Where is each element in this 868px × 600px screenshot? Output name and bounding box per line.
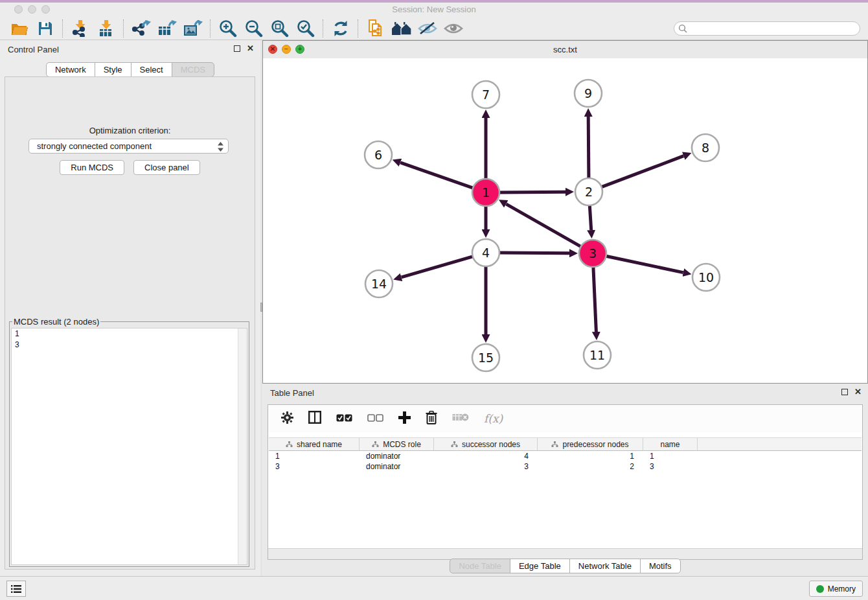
clone-network-icon (367, 19, 385, 38)
column-header-predecessor-nodes[interactable]: predecessor nodes (538, 438, 643, 450)
node-3[interactable]: 3 (579, 240, 606, 267)
cell-name[interactable]: 3 (643, 461, 698, 472)
edge-1-2[interactable] (499, 192, 565, 192)
tab-network-table[interactable]: Network Table (569, 559, 641, 573)
mcds-result-list[interactable]: 13 (11, 328, 247, 565)
open-session-button[interactable] (6, 19, 32, 38)
column-header-name[interactable]: name (643, 438, 698, 450)
clone-network-button[interactable] (363, 19, 389, 38)
node-7[interactable]: 7 (472, 81, 499, 108)
tab-style[interactable]: Style (95, 62, 131, 77)
tab-edge-table[interactable]: Edge Table (510, 559, 570, 573)
close-panel-button[interactable]: Close panel (133, 160, 200, 175)
function-builder-button[interactable]: f(x) (484, 412, 503, 425)
cell-MCDS-role[interactable]: dominator (360, 451, 434, 461)
search-icon (678, 24, 687, 33)
node-label: 6 (374, 148, 382, 162)
home-layout-button[interactable] (389, 19, 415, 38)
close-panel-icon[interactable]: ✕ (247, 45, 254, 52)
node-15[interactable]: 15 (472, 344, 499, 371)
cell-MCDS-role[interactable]: dominator (360, 461, 434, 472)
cell-successor-nodes[interactable]: 4 (434, 451, 538, 461)
column-type-icon (372, 441, 379, 448)
node-8[interactable]: 8 (692, 134, 719, 161)
cell-predecessor-nodes[interactable]: 2 (538, 461, 643, 472)
cell-successor-nodes[interactable]: 3 (434, 461, 538, 472)
column-header-label: name (660, 440, 680, 449)
delete-table-button[interactable] (452, 413, 469, 424)
table-horizontal-scrollbar[interactable] (268, 548, 862, 559)
node-label: 7 (482, 87, 490, 102)
close-table-panel-icon[interactable]: ✕ (854, 388, 862, 396)
table-row[interactable]: 3dominator323 (269, 461, 862, 472)
mcds-tab-content: Optimization criterion: strongly connect… (5, 76, 255, 570)
node-14[interactable]: 14 (365, 270, 393, 297)
node-10[interactable]: 10 (692, 264, 720, 291)
node-9[interactable]: 9 (575, 80, 602, 107)
network-window-titlebar: ✕ − + scc.txt (263, 41, 867, 59)
trash-icon (426, 411, 437, 424)
cell-shared-name[interactable]: 3 (269, 461, 360, 472)
edge-1-6[interactable] (400, 163, 473, 188)
node-2[interactable]: 2 (575, 178, 602, 205)
node-6[interactable]: 6 (365, 141, 392, 168)
import-table-button[interactable] (93, 19, 119, 38)
hide-graphics-details-button[interactable] (415, 19, 440, 38)
split-panel-button[interactable] (308, 411, 321, 426)
network-canvas[interactable]: 7968124314101511 (263, 58, 867, 383)
node-1[interactable]: 1 (472, 179, 499, 206)
table-settings-button[interactable] (281, 411, 293, 426)
tab-motifs[interactable]: Motifs (640, 559, 681, 573)
float-panel-icon[interactable] (234, 45, 240, 52)
optimization-criterion-select[interactable]: strongly connected component (29, 139, 229, 154)
table-row[interactable]: 1dominator411 (269, 451, 862, 461)
zoom-fit-button[interactable] (267, 19, 293, 38)
edge-3-1[interactable] (506, 204, 581, 247)
show-graphics-details-button[interactable] (440, 19, 466, 38)
cell-predecessor-nodes[interactable]: 1 (538, 451, 643, 461)
import-network-button[interactable] (67, 19, 93, 38)
add-column-button[interactable] (398, 411, 411, 426)
tab-node-table[interactable]: Node Table (450, 559, 510, 573)
network-window-title: scc.txt (263, 45, 867, 54)
select-all-button[interactable] (336, 413, 352, 424)
edge-4-14[interactable] (402, 257, 473, 277)
edge-3-11[interactable] (593, 267, 597, 332)
memory-button[interactable]: Memory (809, 581, 863, 597)
float-table-panel-icon[interactable] (841, 389, 848, 395)
edge-2-9[interactable] (588, 117, 589, 178)
control-panel: Control Panel ✕ NetworkStyleSelectMCDS O… (0, 40, 260, 577)
deselect-all-button[interactable] (367, 413, 383, 424)
cell-name[interactable]: 1 (643, 451, 698, 461)
edge-2-3[interactable] (589, 205, 591, 230)
export-table-button[interactable] (154, 19, 180, 38)
edge-3-10[interactable] (606, 256, 683, 272)
tab-network[interactable]: Network (46, 62, 95, 77)
refresh-view-button[interactable] (328, 19, 354, 38)
edge-4-3[interactable] (499, 253, 569, 253)
settings-gear-icon (281, 411, 293, 424)
network-graph: 7968124314101511 (263, 58, 867, 383)
result-scrollbar[interactable] (238, 329, 247, 564)
column-header-MCDS-role[interactable]: MCDS role (360, 438, 434, 450)
task-history-button[interactable] (6, 581, 26, 597)
export-image-button[interactable] (180, 19, 206, 38)
cell-shared-name[interactable]: 1 (269, 451, 360, 461)
search-input[interactable] (674, 21, 860, 36)
run-mcds-button[interactable]: Run MCDS (60, 160, 124, 175)
delete-column-button[interactable] (426, 411, 437, 427)
column-header-filler (698, 438, 862, 450)
zoom-selected-button[interactable] (293, 19, 319, 38)
column-header-successor-nodes[interactable]: successor nodes (434, 438, 538, 450)
zoom-in-button[interactable] (215, 19, 241, 38)
node-4[interactable]: 4 (472, 239, 499, 266)
save-session-button[interactable] (32, 19, 58, 38)
tab-select[interactable]: Select (131, 62, 172, 77)
column-header-shared-name[interactable]: shared name (269, 438, 360, 450)
zoom-out-button[interactable] (241, 19, 267, 38)
export-network-button[interactable] (128, 19, 154, 38)
edge-2-8[interactable] (602, 156, 684, 187)
table-panel-tabs: Node TableEdge TableNetwork TableMotifs (262, 559, 868, 573)
node-11[interactable]: 11 (584, 341, 611, 369)
tab-mcds[interactable]: MCDS (172, 62, 214, 77)
